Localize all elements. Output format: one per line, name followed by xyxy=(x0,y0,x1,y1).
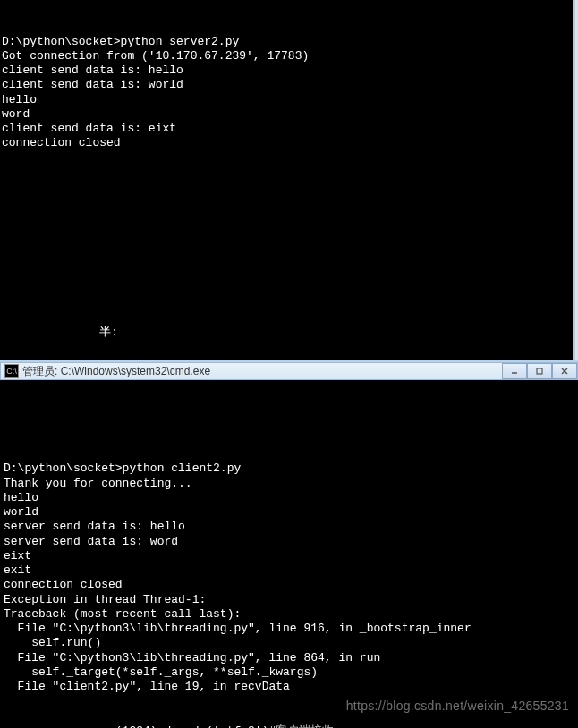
titlebar-buttons xyxy=(502,363,577,379)
terminal-line: word xyxy=(2,107,571,122)
terminal-line: Traceback (most recent call last): xyxy=(4,607,574,622)
maximize-button[interactable] xyxy=(527,363,552,379)
terminal-line: self.run() xyxy=(4,636,574,650)
terminal-line: File "C:\python3\lib\threading.py", line… xyxy=(4,651,574,665)
recv-line: msg = s.recv(1024).decode('utf-8')#客户端接收 xyxy=(4,724,574,728)
server-terminal[interactable]: D:\python\socket>python server2.pyGot co… xyxy=(0,0,575,360)
close-button[interactable] xyxy=(552,363,577,379)
watermark: https://blog.csdn.net/weixin_42655231 xyxy=(346,698,569,715)
cmd-title-text: 管理员: C:\Windows\system32\cmd.exe xyxy=(22,364,210,379)
terminal-line: Got connection from ('10.170.67.239', 17… xyxy=(2,49,571,63)
terminal-line: client send data is: eixt xyxy=(2,122,571,136)
terminal-line: File "C:\python3\lib\threading.py", line… xyxy=(4,622,574,636)
terminal-line: eixt xyxy=(4,549,574,563)
terminal-line: Thank you for connecting... xyxy=(4,477,574,491)
terminal-line xyxy=(4,447,574,461)
terminal-line: exit xyxy=(4,563,574,578)
server-terminal-output: D:\python\socket>python server2.pyGot co… xyxy=(2,35,571,151)
terminal-line: hello xyxy=(2,93,571,107)
cmd-titlebar[interactable]: C:\ 管理员: C:\Windows\system32\cmd.exe xyxy=(0,362,578,380)
terminal-line: world xyxy=(4,505,574,520)
cmd-icon: C:\ xyxy=(4,364,19,378)
client-terminal-output: D:\python\socket>python client2.pyThank … xyxy=(2,415,576,729)
terminal-line: connection closed xyxy=(4,578,574,592)
terminal-line: File "client2.py", line 19, in recvData xyxy=(4,680,574,694)
terminal-line: server send data is: word xyxy=(4,535,574,549)
terminal-line: hello xyxy=(4,491,574,505)
terminal-line: client send data is: hello xyxy=(2,63,571,78)
terminal-line: Exception in thread Thread-1: xyxy=(4,593,574,607)
terminal-line: server send data is: hello xyxy=(4,520,574,534)
svg-rect-1 xyxy=(537,368,542,374)
terminal-line: self._target(*self._args, **self._kwargs… xyxy=(4,665,574,680)
terminal-line: D:\python\socket>python client2.py xyxy=(4,461,574,476)
terminal-line: client send data is: world xyxy=(2,78,571,92)
ime-label: 半: xyxy=(72,310,118,354)
terminal-line: D:\python\socket>python server2.py xyxy=(2,35,571,49)
client-terminal[interactable]: D:\python\socket>python client2.pyThank … xyxy=(0,380,578,728)
terminal-line: connection closed xyxy=(2,136,571,150)
minimize-button[interactable] xyxy=(502,363,527,379)
